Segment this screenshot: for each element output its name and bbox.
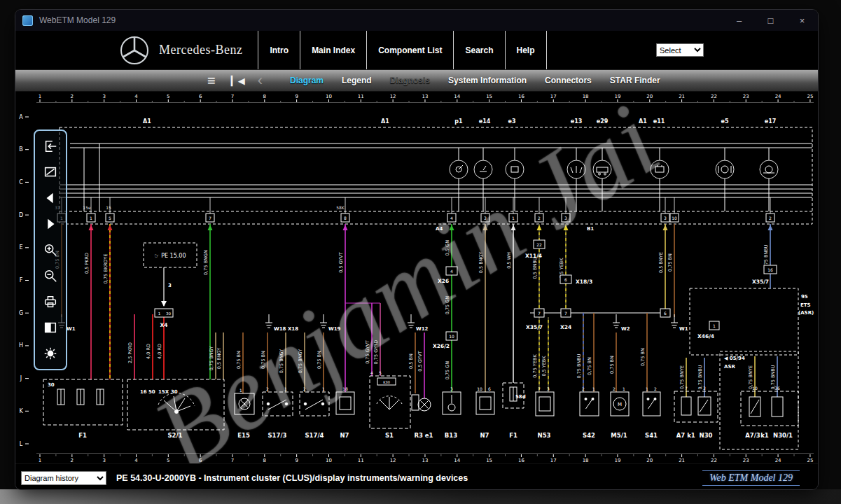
svg-text:S17/3: S17/3 (268, 432, 287, 439)
svg-text:0,75 BN: 0,75 BN (236, 351, 242, 369)
exit-viewer-icon (43, 139, 58, 154)
svg-text:6: 6 (564, 277, 567, 282)
svg-text:A1: A1 (143, 118, 151, 125)
nav-component-list[interactable]: Component List (366, 31, 453, 69)
svg-text:36: 36 (774, 386, 780, 391)
tab-diagnosis[interactable]: Diagnosis (381, 76, 439, 85)
svg-text:1: 1 (39, 94, 41, 99)
svg-text:1: 1 (284, 386, 287, 391)
svg-text:23: 23 (743, 94, 749, 99)
exit-viewer-button[interactable] (41, 137, 60, 155)
svg-text:W2: W2 (621, 326, 630, 332)
diagram-toolbar (34, 130, 67, 370)
svg-text:N53: N53 (538, 432, 551, 439)
svg-text:☞ PE 15.00: ☞ PE 15.00 (154, 253, 186, 259)
page-previous-button[interactable] (41, 189, 60, 207)
app-icon (22, 15, 33, 26)
tab-diagram[interactable]: Diagram (281, 76, 333, 85)
svg-text:k1: k1 (687, 432, 695, 439)
svg-text:J: J (20, 375, 22, 382)
svg-text:2: 2 (654, 386, 657, 391)
wiring-diagram[interactable]: 1122334455667788991010111112121313141415… (15, 92, 818, 463)
nav-search[interactable]: Search (453, 31, 504, 69)
page-next-button[interactable] (41, 215, 60, 233)
rulers: 1122334455667788991010111112121313141415… (19, 94, 814, 463)
nav-help[interactable]: Help (505, 31, 547, 69)
maximize-button[interactable]: □ (755, 10, 786, 31)
svg-text:0,5 BNGY: 0,5 BNGY (478, 252, 484, 273)
svg-text:M: M (618, 402, 622, 407)
svg-text:S1: S1 (385, 432, 394, 439)
first-page-icon[interactable]: ▎◀ (231, 76, 245, 85)
tab-star-finder[interactable]: STAR Finder (601, 76, 669, 85)
svg-text:7: 7 (231, 458, 234, 463)
svg-text:20: 20 (646, 458, 653, 463)
svg-text:15: 15 (486, 458, 492, 463)
svg-text:3: 3 (484, 216, 487, 220)
svg-text:19: 19 (614, 94, 620, 99)
zoom-window-icon (43, 164, 58, 180)
svg-text:R3 e1: R3 e1 (414, 432, 433, 439)
svg-text:7: 7 (209, 216, 211, 220)
nav-intro[interactable]: Intro (258, 31, 300, 69)
tab-legend[interactable]: Legend (333, 76, 381, 85)
svg-text:1: 1 (322, 386, 325, 391)
svg-text:4,0 RD: 4,0 RD (146, 344, 151, 359)
svg-text:X35/7: X35/7 (752, 279, 769, 285)
svg-text:2: 2 (769, 216, 772, 220)
svg-text:0,75 GYVT: 0,75 GYVT (365, 340, 370, 364)
svg-text:e13: e13 (571, 118, 583, 125)
view-toggle-button[interactable] (41, 318, 60, 337)
zoom-in-icon (43, 242, 58, 258)
brightness-icon (43, 346, 58, 361)
minimize-button[interactable]: – (723, 10, 755, 31)
svg-text:10: 10 (326, 458, 332, 463)
svg-text:7: 7 (538, 311, 541, 316)
tab-connectors[interactable]: Connectors (536, 76, 601, 85)
select-dropdown[interactable]: Select (656, 43, 704, 57)
close-button[interactable]: × (786, 10, 818, 31)
svg-text:0,75 GN: 0,75 GN (445, 296, 450, 315)
window-controls: – □ × (723, 10, 818, 31)
svg-text:3: 3 (168, 283, 172, 288)
svg-text:0,5 PKRD: 0,5 PKRD (84, 253, 90, 274)
svg-text:0,5 GYVT: 0,5 GYVT (338, 252, 344, 273)
svg-text:23: 23 (743, 458, 749, 463)
back-icon[interactable]: ‹ (258, 73, 263, 88)
svg-text:0,5 GN: 0,5 GN (445, 240, 450, 255)
svg-text:24: 24 (775, 94, 781, 99)
svg-text:e14: e14 (479, 118, 491, 125)
app-window: WebETM Model 129 – □ × Mercedes-Benz Int… (15, 10, 818, 489)
svg-text:10: 10 (672, 216, 677, 220)
svg-text:1: 1 (158, 312, 161, 316)
svg-text:16: 16 (518, 458, 524, 463)
svg-text:2,5 PKRD: 2,5 PKRD (127, 342, 133, 363)
zoom-window-button[interactable] (41, 163, 60, 181)
print-button[interactable] (41, 293, 60, 311)
svg-text:5: 5 (109, 216, 111, 220)
menu-icon[interactable]: ≡ (207, 74, 216, 88)
svg-text:5: 5 (379, 370, 382, 375)
tab-toolbar: ≡ ▎◀ ‹ Diagram Legend Diagnosis System I… (15, 69, 818, 92)
svg-text:2: 2 (303, 386, 306, 391)
svg-text:6: 6 (199, 458, 202, 463)
svg-text:X18/3: X18/3 (576, 279, 592, 285)
diagram-history-select[interactable]: Diagram history (21, 471, 106, 485)
svg-text:3: 3 (102, 94, 105, 99)
svg-text:24: 24 (775, 458, 781, 463)
svg-text:2: 2 (266, 386, 269, 391)
webetm-logo: Web ETM Model 129 (702, 470, 800, 486)
view-toggle-icon (43, 320, 58, 335)
zoom-in-button[interactable] (41, 241, 60, 259)
brightness-button[interactable] (41, 344, 60, 363)
nav-main-index[interactable]: Main Index (300, 31, 366, 69)
svg-text:1: 1 (592, 386, 595, 391)
svg-text:0,75 BN: 0,75 BN (667, 253, 673, 272)
svg-text:0,75 BNBU: 0,75 BNBU (576, 354, 582, 378)
svg-text:A1: A1 (639, 118, 647, 125)
zoom-out-button[interactable] (41, 267, 60, 285)
tab-system-information[interactable]: System Information (439, 76, 536, 85)
diagram-caption: PE 54.30-U-2000YB - Instrument cluster (… (116, 473, 468, 483)
svg-text:e29: e29 (597, 118, 609, 125)
titlebar[interactable]: WebETM Model 129 – □ × (15, 10, 818, 31)
